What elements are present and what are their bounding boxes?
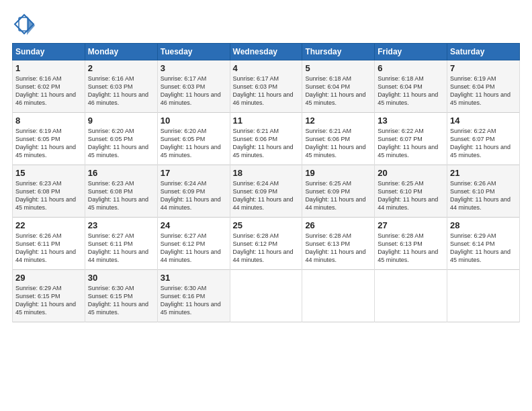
day-number: 18 bbox=[233, 168, 300, 178]
day-number: 14 bbox=[450, 116, 517, 126]
calendar-cell: 2 Sunrise: 6:16 AM Sunset: 6:03 PM Dayli… bbox=[85, 60, 157, 113]
cell-info: Sunrise: 6:23 AM Sunset: 6:08 PM Dayligh… bbox=[88, 179, 154, 212]
day-number: 4 bbox=[233, 63, 300, 73]
calendar-cell: 30 Sunrise: 6:30 AM Sunset: 6:15 PM Dayl… bbox=[85, 270, 157, 322]
day-number: 7 bbox=[450, 63, 517, 73]
cell-info: Sunrise: 6:30 AM Sunset: 6:15 PM Dayligh… bbox=[88, 284, 154, 317]
cell-info: Sunrise: 6:25 AM Sunset: 6:10 PM Dayligh… bbox=[378, 179, 444, 212]
cell-info: Sunrise: 6:28 AM Sunset: 6:12 PM Dayligh… bbox=[233, 232, 300, 265]
cell-info: Sunrise: 6:19 AM Sunset: 6:05 PM Dayligh… bbox=[15, 127, 82, 160]
calendar-cell: 15 Sunrise: 6:23 AM Sunset: 6:08 PM Dayl… bbox=[13, 165, 85, 218]
calendar-cell: 25 Sunrise: 6:28 AM Sunset: 6:12 PM Dayl… bbox=[230, 218, 302, 270]
calendar-week-row: 15 Sunrise: 6:23 AM Sunset: 6:08 PM Dayl… bbox=[13, 165, 520, 218]
day-header: Tuesday bbox=[157, 44, 230, 60]
page: SundayMondayTuesdayWednesdayThursdayFrid… bbox=[0, 0, 532, 411]
calendar-week-row: 1 Sunrise: 6:16 AM Sunset: 6:02 PM Dayli… bbox=[13, 60, 520, 113]
day-number: 19 bbox=[305, 168, 371, 178]
calendar-cell bbox=[375, 270, 447, 322]
calendar-week-row: 22 Sunrise: 6:26 AM Sunset: 6:11 PM Dayl… bbox=[13, 218, 520, 270]
calendar-week-row: 8 Sunrise: 6:19 AM Sunset: 6:05 PM Dayli… bbox=[13, 113, 520, 165]
cell-info: Sunrise: 6:24 AM Sunset: 6:09 PM Dayligh… bbox=[233, 179, 300, 212]
calendar-cell: 21 Sunrise: 6:26 AM Sunset: 6:10 PM Dayl… bbox=[447, 165, 520, 218]
calendar-cell: 5 Sunrise: 6:18 AM Sunset: 6:04 PM Dayli… bbox=[302, 60, 375, 113]
day-number: 23 bbox=[88, 220, 154, 230]
calendar-cell: 26 Sunrise: 6:28 AM Sunset: 6:13 PM Dayl… bbox=[302, 218, 375, 270]
day-number: 28 bbox=[450, 220, 517, 230]
day-number: 16 bbox=[88, 168, 154, 178]
cell-info: Sunrise: 6:21 AM Sunset: 6:06 PM Dayligh… bbox=[233, 127, 300, 160]
cell-info: Sunrise: 6:26 AM Sunset: 6:11 PM Dayligh… bbox=[15, 232, 82, 265]
day-number: 25 bbox=[233, 220, 300, 230]
day-number: 31 bbox=[161, 273, 227, 283]
day-number: 30 bbox=[88, 273, 154, 283]
cell-info: Sunrise: 6:22 AM Sunset: 6:07 PM Dayligh… bbox=[450, 127, 517, 160]
calendar-cell: 23 Sunrise: 6:27 AM Sunset: 6:11 PM Dayl… bbox=[85, 218, 157, 270]
calendar-cell: 17 Sunrise: 6:24 AM Sunset: 6:09 PM Dayl… bbox=[157, 165, 230, 218]
cell-info: Sunrise: 6:20 AM Sunset: 6:05 PM Dayligh… bbox=[88, 127, 154, 160]
day-header: Wednesday bbox=[230, 44, 302, 60]
cell-info: Sunrise: 6:19 AM Sunset: 6:04 PM Dayligh… bbox=[450, 75, 517, 107]
calendar-cell: 13 Sunrise: 6:22 AM Sunset: 6:07 PM Dayl… bbox=[375, 113, 447, 165]
day-header: Friday bbox=[375, 44, 447, 60]
day-header: Saturday bbox=[447, 44, 520, 60]
day-number: 24 bbox=[161, 220, 227, 230]
day-number: 26 bbox=[305, 220, 371, 230]
calendar-cell: 31 Sunrise: 6:30 AM Sunset: 6:16 PM Dayl… bbox=[157, 270, 230, 322]
calendar-cell: 4 Sunrise: 6:17 AM Sunset: 6:03 PM Dayli… bbox=[230, 60, 302, 113]
cell-info: Sunrise: 6:27 AM Sunset: 6:12 PM Dayligh… bbox=[161, 232, 227, 265]
calendar-cell: 3 Sunrise: 6:17 AM Sunset: 6:03 PM Dayli… bbox=[157, 60, 230, 113]
calendar-table: SundayMondayTuesdayWednesdayThursdayFrid… bbox=[12, 43, 520, 322]
calendar-cell bbox=[302, 270, 375, 322]
day-number: 22 bbox=[15, 220, 82, 230]
cell-info: Sunrise: 6:16 AM Sunset: 6:02 PM Dayligh… bbox=[15, 75, 82, 107]
day-number: 12 bbox=[305, 116, 371, 126]
calendar-cell: 19 Sunrise: 6:25 AM Sunset: 6:09 PM Dayl… bbox=[302, 165, 375, 218]
cell-info: Sunrise: 6:17 AM Sunset: 6:03 PM Dayligh… bbox=[233, 75, 300, 107]
day-number: 3 bbox=[161, 63, 227, 73]
cell-info: Sunrise: 6:29 AM Sunset: 6:15 PM Dayligh… bbox=[15, 284, 82, 317]
day-header: Thursday bbox=[302, 44, 375, 60]
cell-info: Sunrise: 6:17 AM Sunset: 6:03 PM Dayligh… bbox=[161, 75, 227, 107]
cell-info: Sunrise: 6:18 AM Sunset: 6:04 PM Dayligh… bbox=[305, 75, 371, 107]
day-number: 9 bbox=[88, 116, 154, 126]
day-number: 11 bbox=[233, 116, 300, 126]
cell-info: Sunrise: 6:22 AM Sunset: 6:07 PM Dayligh… bbox=[378, 127, 444, 160]
cell-info: Sunrise: 6:21 AM Sunset: 6:06 PM Dayligh… bbox=[305, 127, 371, 160]
day-number: 21 bbox=[450, 168, 517, 178]
header bbox=[12, 12, 520, 36]
cell-info: Sunrise: 6:18 AM Sunset: 6:04 PM Dayligh… bbox=[378, 75, 444, 107]
day-number: 29 bbox=[15, 273, 82, 283]
calendar-cell: 14 Sunrise: 6:22 AM Sunset: 6:07 PM Dayl… bbox=[447, 113, 520, 165]
day-number: 13 bbox=[378, 116, 444, 126]
cell-info: Sunrise: 6:28 AM Sunset: 6:13 PM Dayligh… bbox=[305, 232, 371, 265]
cell-info: Sunrise: 6:30 AM Sunset: 6:16 PM Dayligh… bbox=[161, 284, 227, 317]
calendar-cell: 27 Sunrise: 6:28 AM Sunset: 6:13 PM Dayl… bbox=[375, 218, 447, 270]
cell-info: Sunrise: 6:24 AM Sunset: 6:09 PM Dayligh… bbox=[161, 179, 227, 212]
calendar-cell: 1 Sunrise: 6:16 AM Sunset: 6:02 PM Dayli… bbox=[13, 60, 85, 113]
calendar-cell: 8 Sunrise: 6:19 AM Sunset: 6:05 PM Dayli… bbox=[13, 113, 85, 165]
day-header: Monday bbox=[85, 44, 157, 60]
calendar-cell: 20 Sunrise: 6:25 AM Sunset: 6:10 PM Dayl… bbox=[375, 165, 447, 218]
calendar-cell: 9 Sunrise: 6:20 AM Sunset: 6:05 PM Dayli… bbox=[85, 113, 157, 165]
day-number: 20 bbox=[378, 168, 444, 178]
day-number: 8 bbox=[15, 116, 82, 126]
calendar-week-row: 29 Sunrise: 6:29 AM Sunset: 6:15 PM Dayl… bbox=[13, 270, 520, 322]
cell-info: Sunrise: 6:23 AM Sunset: 6:08 PM Dayligh… bbox=[15, 179, 82, 212]
day-header: Sunday bbox=[13, 44, 85, 60]
day-number: 15 bbox=[15, 168, 82, 178]
calendar-cell: 28 Sunrise: 6:29 AM Sunset: 6:14 PM Dayl… bbox=[447, 218, 520, 270]
day-number: 27 bbox=[378, 220, 444, 230]
header-row: SundayMondayTuesdayWednesdayThursdayFrid… bbox=[13, 44, 520, 60]
day-number: 2 bbox=[88, 63, 154, 73]
calendar-cell: 18 Sunrise: 6:24 AM Sunset: 6:09 PM Dayl… bbox=[230, 165, 302, 218]
cell-info: Sunrise: 6:26 AM Sunset: 6:10 PM Dayligh… bbox=[450, 179, 517, 212]
day-number: 6 bbox=[378, 63, 444, 73]
day-number: 10 bbox=[161, 116, 227, 126]
calendar-cell: 24 Sunrise: 6:27 AM Sunset: 6:12 PM Dayl… bbox=[157, 218, 230, 270]
calendar-cell: 7 Sunrise: 6:19 AM Sunset: 6:04 PM Dayli… bbox=[447, 60, 520, 113]
calendar-cell bbox=[447, 270, 520, 322]
calendar-cell: 12 Sunrise: 6:21 AM Sunset: 6:06 PM Dayl… bbox=[302, 113, 375, 165]
calendar-cell bbox=[230, 270, 302, 322]
day-number: 1 bbox=[15, 63, 82, 73]
cell-info: Sunrise: 6:25 AM Sunset: 6:09 PM Dayligh… bbox=[305, 179, 371, 212]
